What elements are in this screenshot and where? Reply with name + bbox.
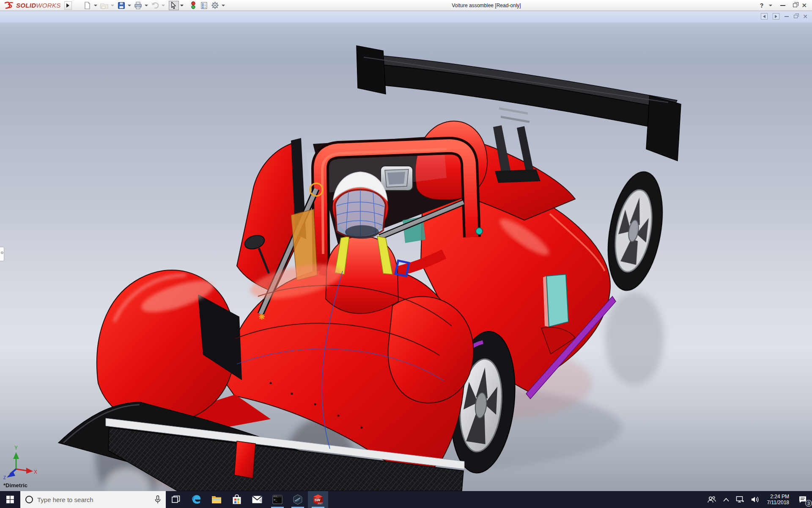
- people-icon: [707, 496, 716, 503]
- doc-close-button[interactable]: ✕: [803, 14, 808, 19]
- toolbar-rebuild[interactable]: [188, 0, 199, 11]
- edge-icon: [191, 494, 201, 505]
- save-floppy-icon: [118, 2, 125, 9]
- grille-divider[interactable]: [234, 441, 255, 478]
- print-icon: [134, 2, 142, 9]
- triad-x-label: X: [34, 469, 37, 475]
- cortana-icon: [25, 496, 33, 503]
- speaker-icon: [751, 496, 760, 503]
- help-button[interactable]: ?: [760, 2, 764, 9]
- toolbar-undo[interactable]: [150, 0, 167, 11]
- select-caret[interactable]: [180, 5, 184, 6]
- help-caret[interactable]: [769, 5, 772, 6]
- network-button[interactable]: [732, 491, 748, 508]
- solidworks-logo-glyph: [3, 1, 14, 10]
- feature-panel-tab[interactable]: [0, 247, 4, 261]
- title-bar: SOLIDWORKS: [0, 0, 812, 11]
- toolbar-options[interactable]: [210, 0, 227, 11]
- rearview-mirror[interactable]: [381, 166, 413, 190]
- cyan-duct[interactable]: [546, 274, 568, 327]
- toolbar-select[interactable]: [168, 0, 185, 11]
- chevron-up-icon: [723, 498, 729, 502]
- wordmark-light: WORKS: [36, 2, 60, 9]
- pane-right-button[interactable]: [773, 13, 779, 19]
- taskbar-solidworks[interactable]: SW 2017: [308, 491, 328, 508]
- taskbar-edge[interactable]: [186, 491, 206, 508]
- system-tray: 2:24 PM 7/11/2018 3: [704, 491, 812, 508]
- notification-badge: 3: [805, 500, 812, 507]
- select-cursor-icon: [170, 2, 177, 9]
- file-explorer-icon: [211, 495, 222, 504]
- options-caret[interactable]: [222, 5, 225, 6]
- solidworks-2017-icon: SW 2017: [312, 494, 324, 505]
- taskbar-search[interactable]: [20, 491, 166, 508]
- window-controls: ? ✕: [760, 2, 812, 9]
- mail-icon: [252, 496, 262, 503]
- start-button[interactable]: [0, 491, 20, 508]
- open-folder-icon: [100, 2, 109, 9]
- toolbar-file-properties[interactable]: [199, 0, 210, 11]
- options-gear-icon: [211, 1, 219, 9]
- print-caret[interactable]: [145, 5, 148, 6]
- close-button[interactable]: ✕: [801, 2, 807, 8]
- command-prompt-icon: C:\_ >_: [272, 495, 283, 504]
- triad-y-label: Y: [14, 445, 18, 451]
- volume-button[interactable]: [748, 491, 763, 508]
- triad-z-label: Z: [3, 475, 6, 480]
- new-document-icon: [84, 2, 91, 9]
- minimize-button[interactable]: [780, 5, 785, 6]
- menu-flyout-button[interactable]: [64, 1, 72, 10]
- document-window-strip: ✕: [0, 11, 812, 22]
- clock[interactable]: 2:24 PM 7/11/2018: [763, 491, 794, 508]
- main-toolbar: [82, 0, 227, 11]
- visor-shadow: [345, 225, 379, 239]
- flyout-arrow-icon: [66, 3, 69, 8]
- model-canvas[interactable]: Y X Z: [0, 11, 812, 491]
- doc-restore-button[interactable]: [794, 15, 798, 18]
- undo-icon: [151, 2, 159, 9]
- task-view-button[interactable]: [166, 491, 186, 508]
- open-caret[interactable]: [111, 5, 114, 6]
- people-button[interactable]: [704, 491, 720, 508]
- task-view-icon: [172, 495, 180, 504]
- selection-marker-star: [259, 314, 265, 320]
- graphics-viewport[interactable]: ✕: [0, 11, 812, 491]
- network-icon: [736, 496, 744, 503]
- svg-text:2017: 2017: [318, 502, 323, 505]
- doc-minimize-button[interactable]: [785, 16, 789, 17]
- microphone-icon[interactable]: [155, 495, 161, 504]
- search-input[interactable]: [37, 491, 155, 508]
- undo-caret[interactable]: [162, 5, 165, 6]
- save-caret[interactable]: [128, 5, 131, 6]
- toolbar-new[interactable]: [82, 0, 99, 11]
- pane-right-icon: [775, 15, 777, 18]
- file-properties-icon: [200, 2, 208, 9]
- toolbar-open[interactable]: [99, 0, 116, 11]
- taskbar-command-prompt[interactable]: C:\_ >_: [267, 491, 288, 508]
- toolbar-print[interactable]: [133, 0, 150, 11]
- action-center-button[interactable]: 3: [793, 491, 812, 508]
- taskbar-store[interactable]: [227, 491, 247, 508]
- document-window-controls: ✕: [761, 13, 808, 19]
- windows-logo-icon: [6, 496, 14, 503]
- rebuild-traffic-light-icon: [190, 1, 196, 9]
- toolbar-save[interactable]: [116, 0, 133, 11]
- wordmark-bold: SOLID: [16, 2, 36, 9]
- clock-time: 2:24 PM: [767, 494, 790, 500]
- store-icon: [232, 494, 241, 505]
- pane-left-button[interactable]: [761, 13, 768, 19]
- taskbar-file-explorer[interactable]: [206, 491, 227, 508]
- view-orientation-label: *Dimetric: [3, 482, 27, 489]
- panel-tab-knob: [1, 251, 3, 254]
- taskbar-mail[interactable]: [247, 491, 267, 508]
- pane-left-icon: [763, 15, 765, 18]
- hexagon-app-icon: [292, 494, 303, 505]
- new-caret[interactable]: [94, 5, 97, 6]
- solidworks-wordmark: SOLIDWORKS: [16, 2, 61, 9]
- restore-button[interactable]: [793, 3, 797, 7]
- svg-text:>_: >_: [274, 498, 277, 502]
- taskbar-hexagon-app[interactable]: [288, 491, 308, 508]
- teal-fitting: [476, 228, 483, 235]
- tray-overflow-button[interactable]: [720, 491, 732, 508]
- windows-taskbar: C:\_ >_ SW 2017: [0, 491, 812, 508]
